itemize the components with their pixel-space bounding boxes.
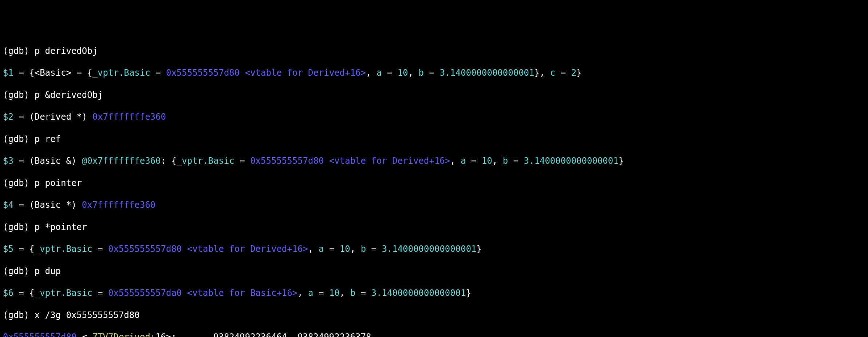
value: 3.1400000000000001 [371, 288, 466, 298]
text: = { [13, 288, 35, 298]
text: }, [534, 68, 550, 78]
text: , [450, 156, 461, 166]
text: = [92, 288, 108, 298]
address-ref: @0x7fffffffe360 [82, 156, 161, 166]
text: } [477, 244, 482, 254]
gdb-command[interactable]: (gdb) p ref [3, 134, 865, 144]
field: a [308, 288, 313, 298]
cmd-text: (gdb) p pointer [3, 178, 82, 188]
value: 3.1400000000000001 [382, 244, 476, 254]
address: 0x555555557da0 <vtable for Basic+16> [108, 288, 297, 298]
field: a [319, 244, 324, 254]
text: = [324, 244, 339, 254]
gdb-command[interactable]: (gdb) p derivedObj [3, 45, 865, 56]
gdb-output: $5 = {_vptr.Basic = 0x555555557d80 <vtab… [3, 243, 865, 254]
cmd-text: (gdb) p ref [3, 134, 61, 144]
text: = (Derived *) [13, 112, 92, 122]
text: = [150, 68, 166, 78]
cmd-text: (gdb) p derivedObj [3, 46, 98, 56]
field: _vptr.Basic [35, 244, 92, 254]
text: , [366, 68, 376, 78]
field: _vptr.Basic [177, 156, 234, 166]
address: 0x7fffffffe360 [92, 112, 166, 122]
result-var: $3 [3, 156, 13, 166]
gdb-command[interactable]: (gdb) p dup [3, 266, 865, 277]
value: 10 [482, 156, 492, 166]
text: , [408, 68, 419, 78]
text: = (Basic *) [13, 200, 82, 210]
text: : { [161, 156, 177, 166]
field: b [361, 244, 366, 254]
address: 0x555555557d80 <vtable for Derived+16> [250, 156, 450, 166]
value: 10 [329, 288, 340, 298]
field: a [376, 68, 382, 78]
text: = (Basic &) [13, 156, 82, 166]
text: = [355, 288, 371, 298]
text: +16>: 93824992236464 93824992236378 [150, 332, 371, 337]
text: } [466, 288, 471, 298]
text: , [308, 244, 319, 254]
cmd-text: (gdb) p dup [3, 266, 61, 276]
text: = [508, 156, 524, 166]
field: c [550, 68, 555, 78]
text: = { [13, 244, 35, 254]
cmd-text: (gdb) x /3g 0x555555557d80 [3, 310, 140, 320]
text: = [366, 244, 382, 254]
gdb-command[interactable]: (gdb) p *pointer [3, 222, 865, 233]
gdb-output: $2 = (Derived *) 0x7fffffffe360 [3, 111, 865, 122]
result-var: $6 [3, 288, 13, 298]
gdb-output: $6 = {_vptr.Basic = 0x555555557da0 <vtab… [3, 288, 865, 298]
field: a [461, 156, 466, 166]
text: } [619, 156, 624, 166]
text: , [340, 288, 350, 298]
result-var: $2 [3, 112, 13, 122]
text: = {<Basic> = { [13, 68, 92, 78]
field: b [503, 156, 508, 166]
gdb-output: $3 = (Basic &) @0x7fffffffe360: {_vptr.B… [3, 155, 865, 166]
value: 10 [398, 68, 408, 78]
field: b [350, 288, 355, 298]
text: = [466, 156, 482, 166]
address: 0x555555557d80 <vtable for Derived+16> [108, 244, 308, 254]
text: = [92, 244, 108, 254]
address: 0x555555557d80 [3, 332, 76, 337]
field: b [419, 68, 424, 78]
text: = [382, 68, 397, 78]
gdb-output: 0x555555557d80 <_ZTV7Derived+16>: 938249… [3, 332, 865, 337]
text: } [576, 68, 581, 78]
gdb-command[interactable]: (gdb) p pointer [3, 178, 865, 189]
result-var: $4 [3, 200, 13, 210]
field: _vptr.Basic [92, 68, 150, 78]
gdb-command[interactable]: (gdb) x /3g 0x555555557d80 [3, 310, 865, 321]
cmd-text: (gdb) p *pointer [3, 222, 87, 232]
result-var: $5 [3, 244, 13, 254]
symbol: _ZTV7Derived [87, 332, 150, 337]
text: , [492, 156, 503, 166]
text: < [76, 332, 87, 337]
text: , [297, 288, 308, 298]
value: 3.1400000000000001 [524, 156, 619, 166]
text: , [350, 244, 361, 254]
value: 3.1400000000000001 [439, 68, 534, 78]
text: = [234, 156, 250, 166]
text: = [424, 68, 439, 78]
gdb-command[interactable]: (gdb) p &derivedObj [3, 90, 865, 100]
value: 10 [340, 244, 350, 254]
value: 2 [571, 68, 576, 78]
result-var: $1 [3, 68, 13, 78]
text: = [313, 288, 329, 298]
text: = [555, 68, 571, 78]
gdb-output: $4 = (Basic *) 0x7fffffffe360 [3, 199, 865, 210]
field: _vptr.Basic [35, 288, 92, 298]
address: 0x555555557d80 <vtable for Derived+16> [166, 68, 366, 78]
cmd-text: (gdb) p &derivedObj [3, 90, 103, 100]
address: 0x7fffffffe360 [82, 200, 155, 210]
gdb-output: $1 = {<Basic> = {_vptr.Basic = 0x5555555… [3, 67, 865, 78]
